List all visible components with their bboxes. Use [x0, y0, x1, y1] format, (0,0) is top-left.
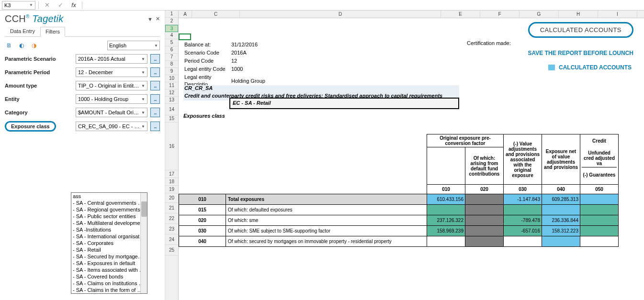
dropdown-option[interactable]: - SA - Public sector entities — [71, 213, 147, 220]
row-header[interactable]: 15 — [165, 115, 178, 122]
browse-exposure[interactable]: ... — [150, 122, 160, 131]
row-header[interactable]: 10 — [165, 75, 178, 82]
dropdown-option[interactable]: - SA - Secured by mortgages on — [71, 253, 147, 260]
data-cell[interactable] — [465, 215, 504, 226]
data-cell[interactable] — [580, 205, 619, 215]
save-report-link[interactable]: SAVE THE REPORT BEFORE LOUNCH — [528, 50, 633, 56]
data-cell[interactable] — [580, 226, 619, 236]
fx-icon[interactable]: fx — [68, 1, 79, 10]
language-select[interactable]: English▼ — [107, 41, 160, 50]
data-cell[interactable]: 158.312.223 — [542, 226, 580, 236]
data-cell[interactable]: -657.016 — [504, 226, 542, 236]
dropdown-option[interactable]: - SA - Multilateral developments — [71, 220, 147, 226]
fish2-icon[interactable]: ◑ — [30, 41, 38, 50]
select-scenario[interactable]: 2016A - 2016 Actual▼ — [76, 54, 147, 64]
row-header[interactable]: 7 — [165, 54, 178, 61]
select-period[interactable]: 12 - December▼ — [76, 67, 147, 77]
doc-icon[interactable]: 🗎 — [5, 41, 13, 50]
row-header[interactable]: 1 — [165, 11, 178, 18]
row-header[interactable]: 12 — [165, 89, 178, 97]
row-header[interactable]: 14 — [165, 104, 178, 115]
column-header[interactable]: E — [441, 11, 480, 18]
data-cell[interactable] — [504, 236, 542, 247]
data-cell[interactable] — [580, 236, 619, 247]
data-cell[interactable]: 609.285.313 — [542, 194, 580, 205]
row-header[interactable]: 5 — [165, 39, 178, 46]
exposure-dropdown[interactable]: ass- SA - Central governments or c- SA -… — [71, 192, 147, 294]
row-header[interactable]: 24 — [165, 234, 178, 245]
row-header[interactable]: 11 — [165, 82, 178, 89]
dropdown-option[interactable]: - SA - International organisation — [71, 233, 147, 240]
selected-cell[interactable] — [179, 33, 191, 40]
data-cell[interactable] — [580, 194, 619, 205]
scrollbar-thumb[interactable] — [141, 201, 147, 217]
dropdown-option[interactable]: - SA - Central governments or c — [71, 200, 147, 206]
data-cell[interactable] — [427, 205, 465, 215]
column-header[interactable]: F — [480, 11, 520, 18]
dropdown-option[interactable]: - SA - Retail — [71, 246, 147, 253]
name-box[interactable]: K3 ▼ — [2, 1, 35, 10]
row-header[interactable]: 19 — [165, 186, 178, 193]
panel-menu-icon[interactable]: ▼ — [147, 16, 153, 22]
data-cell[interactable] — [542, 205, 580, 215]
row-header[interactable]: 20 — [165, 193, 178, 203]
row-header[interactable]: 8 — [165, 61, 178, 68]
data-cell[interactable]: 158.969.239 — [427, 226, 465, 236]
row-header[interactable]: 21 — [165, 203, 178, 213]
row-header[interactable]: 25 — [165, 245, 178, 256]
browse-period[interactable]: ... — [150, 67, 160, 77]
data-cell[interactable]: -789.478 — [504, 215, 542, 226]
calculated-accounts-button[interactable]: CALCULATED ACCOUNTS — [528, 22, 633, 38]
close-panel-icon[interactable]: ✕ — [156, 16, 160, 22]
row-header[interactable]: 23 — [165, 224, 178, 234]
data-cell[interactable] — [465, 236, 504, 247]
dropdown-option[interactable]: ass — [71, 193, 147, 200]
select-amount[interactable]: TIP_O - Original in Entity curre▼ — [76, 81, 147, 90]
column-header[interactable]: G — [520, 11, 559, 18]
select-entity[interactable]: 1000 - Holding Group▼ — [76, 94, 147, 104]
browse-amount[interactable]: ... — [150, 81, 160, 90]
cancel-formula-icon[interactable]: ✕ — [42, 1, 52, 10]
data-cell[interactable] — [465, 226, 504, 236]
row-header[interactable]: 13 — [165, 97, 178, 104]
browse-scenario[interactable]: ... — [150, 54, 160, 64]
row-header[interactable]: 3 — [165, 25, 178, 32]
data-cell[interactable] — [427, 236, 465, 247]
data-cell[interactable] — [542, 236, 580, 247]
select-exposure[interactable]: CR_EC_SA_090 - EC - SA - R▼ — [76, 122, 147, 131]
row-header[interactable]: 4 — [165, 32, 178, 39]
browse-category[interactable]: ... — [150, 108, 160, 117]
browse-entity[interactable]: ... — [150, 94, 160, 104]
data-cell[interactable] — [465, 205, 504, 215]
accept-formula-icon[interactable]: ✓ — [55, 1, 66, 10]
column-header[interactable]: C — [192, 11, 240, 18]
column-header[interactable]: H — [559, 11, 598, 18]
dropdown-option[interactable]: - SA - Items associated with par — [71, 267, 147, 273]
dropdown-option[interactable]: - SA - Exposures in default — [71, 260, 147, 267]
select-category[interactable]: $AMOUNT - Default Original A▼ — [76, 108, 147, 117]
tab-data-entry[interactable]: Data Entry — [5, 26, 40, 36]
data-cell[interactable] — [580, 215, 619, 226]
dropdown-option[interactable]: - SA -Institutions — [71, 226, 147, 233]
row-header[interactable]: 9 — [165, 68, 178, 75]
row-header[interactable]: 6 — [165, 46, 178, 54]
tab-filters[interactable]: Filters — [40, 27, 65, 37]
dropdown-option[interactable]: - SA - Corporates — [71, 240, 147, 246]
dropdown-option[interactable]: - SA - Covered bonds — [71, 273, 147, 280]
data-cell[interactable] — [504, 205, 542, 215]
data-cell[interactable] — [465, 194, 504, 205]
dropdown-option[interactable]: - SA - Claims on institutions and — [71, 280, 147, 287]
column-header[interactable]: A — [179, 11, 192, 18]
data-cell[interactable]: -1.147.843 — [504, 194, 542, 205]
data-cell[interactable]: 610.433.156 — [427, 194, 465, 205]
data-cell[interactable]: 237.126.322 — [427, 215, 465, 226]
row-header[interactable]: 16 — [165, 122, 178, 170]
column-header[interactable]: D — [240, 11, 441, 18]
row-header[interactable]: 18 — [165, 178, 178, 186]
dropdown-option[interactable]: - SA - Regional governments or — [71, 206, 147, 213]
row-header[interactable]: 17 — [165, 170, 178, 178]
fish1-icon[interactable]: ◐ — [17, 41, 26, 50]
column-header[interactable]: I — [598, 11, 637, 18]
data-cell[interactable]: 236.336.844 — [542, 215, 580, 226]
dropdown-option[interactable]: - SA - Claims in the form of CIU — [71, 287, 147, 293]
